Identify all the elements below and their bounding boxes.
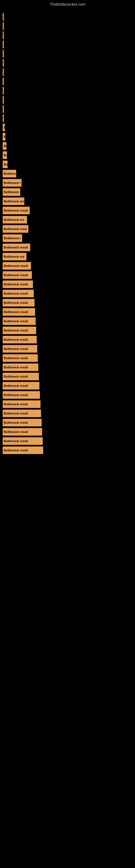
bar-row [3, 59, 135, 67]
bar-item: Bo [3, 151, 7, 159]
bar-row: Bottleneck result [3, 345, 135, 352]
bar-row [3, 78, 135, 85]
bar-row [3, 13, 135, 21]
bar-item: Bottleneck r [3, 235, 22, 242]
bar-item [3, 78, 4, 85]
bar-row: Bo [3, 151, 135, 159]
bar-item [3, 105, 4, 113]
bar-row: Bottleneck result [3, 317, 135, 325]
bar-item: Bottleneck result [3, 410, 41, 417]
bar-item: Bottleneck result [3, 207, 30, 214]
site-title: TheBottlenecker.com [0, 0, 135, 8]
bars-container: BBBoBoBoBottleneBottleneck rBottleneckBo… [0, 8, 135, 461]
bar-row: Bottleneck result [3, 400, 135, 408]
bar-row [3, 41, 135, 48]
bar-item: Bottleneck result [3, 336, 37, 343]
bar-row: Bottleneck result [3, 428, 135, 436]
bar-item: Bottleneck result [3, 400, 41, 408]
bar-row: Bo [3, 142, 135, 150]
bar-row: Bottlene [3, 170, 135, 177]
bar-row: Bottleneck result [3, 391, 135, 399]
bar-item: Bottleneck result [3, 354, 38, 362]
bar-item: Bottleneck result [3, 373, 39, 380]
bar-item: Bottleneck result [3, 280, 33, 288]
bar-row: Bottleneck res [3, 216, 135, 223]
bar-item: Bottleneck resul [3, 225, 28, 233]
bar-item: Bottleneck result [3, 308, 35, 316]
bar-item: Bottleneck result [3, 419, 42, 426]
bar-item [3, 68, 4, 76]
bar-item [3, 59, 4, 67]
bar-item: Bottleneck result [3, 391, 40, 399]
bar-row: Bottleneck result [3, 244, 135, 251]
bar-row [3, 96, 135, 104]
bar-row: Bottleneck result [3, 419, 135, 426]
bar-item: Bo [3, 161, 8, 168]
bar-row [3, 31, 135, 39]
bar-row: Bottleneck result [3, 290, 135, 297]
bar-item: Bottleneck res [3, 253, 27, 260]
bar-row: Bottleneck result [3, 336, 135, 343]
bar-item: Bottleneck r [3, 179, 21, 187]
bar-row: Bottleneck resul [3, 225, 135, 233]
bar-item [3, 115, 4, 122]
bar-item: Bottleneck result [3, 317, 36, 325]
bar-item: Bottlene [3, 170, 16, 177]
bar-row: Bottleneck result [3, 354, 135, 362]
bar-item: Bottleneck result [3, 437, 43, 445]
bar-row: Bottleneck result [3, 373, 135, 380]
bar-item [3, 13, 4, 21]
bar-item: Bottleneck result [3, 290, 34, 297]
bar-row: Bottleneck r [3, 235, 135, 242]
bar-row: Bottleneck res [3, 197, 135, 205]
bar-row: Bottleneck result [3, 207, 135, 214]
bar-row [3, 50, 135, 58]
bar-item: B [3, 133, 5, 141]
bar-item: Bottleneck result [3, 345, 37, 352]
bar-row: B [3, 133, 135, 141]
bar-item [3, 41, 4, 48]
bar-item: Bottleneck result [3, 271, 32, 279]
bar-item: Bottleneck res [3, 216, 27, 223]
bar-item: Bottleneck result [3, 446, 43, 454]
bar-row: Bottleneck result [3, 410, 135, 417]
bar-row: Bottleneck result [3, 308, 135, 316]
bar-item: Bo [3, 142, 6, 150]
bar-row: Bottleneck result [3, 280, 135, 288]
bar-item: Bottleneck result [3, 262, 31, 270]
bar-row [3, 105, 135, 113]
bar-item [3, 31, 4, 39]
bar-item: Bottleneck result [3, 327, 36, 334]
bar-row: Bottleneck result [3, 271, 135, 279]
bar-item: Bottleneck [3, 188, 20, 196]
bar-item: Bottleneck result [3, 382, 39, 390]
bar-row: Bottleneck result [3, 327, 135, 334]
bar-item: Bottleneck res [3, 197, 24, 205]
bar-row [3, 68, 135, 76]
bar-row: B [3, 124, 135, 131]
bar-row: Bottleneck r [3, 179, 135, 187]
bar-row [3, 87, 135, 94]
bar-row: Bottleneck result [3, 364, 135, 371]
bar-item: Bottleneck result [3, 428, 42, 436]
bar-row: Bottleneck result [3, 446, 135, 454]
bar-item [3, 96, 4, 104]
bar-item [3, 50, 4, 58]
bar-row: Bottleneck result [3, 262, 135, 270]
bar-row: Bottleneck [3, 188, 135, 196]
bar-row [3, 115, 135, 122]
bar-row: Bottleneck res [3, 253, 135, 260]
bar-row: Bottleneck result [3, 437, 135, 445]
bar-row: Bo [3, 161, 135, 168]
bar-item: B [3, 124, 5, 131]
bar-item [3, 22, 4, 30]
bar-row [3, 22, 135, 30]
bar-item: Bottleneck result [3, 364, 38, 371]
bar-item: Bottleneck result [3, 244, 30, 251]
bar-row: Bottleneck result [3, 299, 135, 307]
bar-row: Bottleneck result [3, 382, 135, 390]
bar-item: Bottleneck result [3, 299, 35, 307]
bar-item [3, 87, 4, 94]
